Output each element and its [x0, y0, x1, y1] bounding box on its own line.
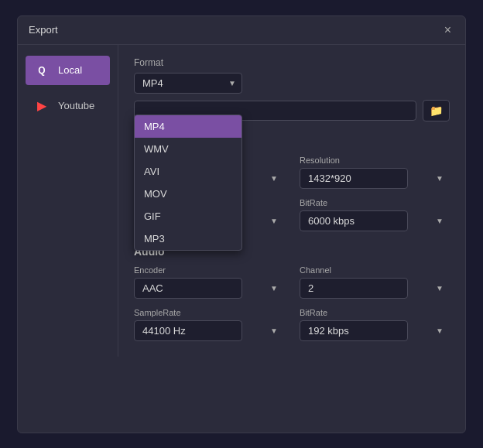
- audio-bitrate-select-wrapper: 192 kbps ▼: [300, 320, 450, 341]
- sidebar-item-label-local: Local: [58, 64, 82, 76]
- audio-channel-group: Channel 2 ▼: [300, 265, 450, 299]
- audio-fields-grid: Encoder AAC ▼ Channel 2 ▼: [134, 265, 450, 341]
- dropdown-item-mp3[interactable]: MP3: [135, 227, 242, 250]
- format-select[interactable]: MP4: [134, 73, 242, 94]
- dialog-titlebar: Export ×: [18, 16, 465, 45]
- export-dialog: Export × Q Local ▶ Youtube Format MP4: [17, 15, 466, 433]
- audio-bitrate-group: BitRate 192 kbps ▼: [300, 308, 450, 341]
- dropdown-item-wmv[interactable]: WMV: [135, 138, 242, 160]
- audio-channel-select-wrapper: 2 ▼: [300, 278, 450, 299]
- audio-section: Audio Encoder AAC ▼ Channel 2 ▼: [134, 245, 450, 341]
- close-button[interactable]: ×: [441, 22, 454, 38]
- sidebar-item-local[interactable]: Q Local: [26, 56, 110, 85]
- youtube-icon: ▶: [33, 97, 50, 115]
- audio-encoder-label: Encoder: [134, 265, 284, 275]
- dropdown-item-mp4[interactable]: MP4: [135, 115, 242, 138]
- audio-channel-select[interactable]: 2: [300, 278, 408, 299]
- dialog-title: Export: [29, 24, 58, 36]
- video-encoder-chevron-icon: ▼: [270, 174, 278, 183]
- dropdown-item-mov[interactable]: MOV: [135, 183, 242, 205]
- video-framerate-chevron-icon: ▼: [270, 217, 278, 225]
- audio-channel-label: Channel: [300, 265, 450, 275]
- video-resolution-label: Resolution: [300, 156, 450, 165]
- audio-samplerate-select[interactable]: 44100 Hz: [134, 320, 242, 341]
- dropdown-item-avi[interactable]: AVI: [135, 160, 242, 183]
- format-label: Format: [134, 57, 450, 68]
- format-section: Format MP4 ▼ MP4 WMV AVI MOV GIF MP3: [134, 57, 450, 121]
- sidebar-item-label-youtube: Youtube: [58, 100, 94, 111]
- video-resolution-select-wrapper: 1432*920 ▼: [300, 168, 450, 189]
- video-resolution-group: Resolution 1432*920 ▼: [300, 156, 450, 189]
- audio-bitrate-chevron-icon: ▼: [436, 327, 444, 335]
- format-select-wrapper: MP4 ▼ MP4 WMV AVI MOV GIF MP3: [134, 73, 242, 94]
- video-bitrate-label: BitRate: [300, 198, 450, 207]
- audio-bitrate-select[interactable]: 192 kbps: [300, 320, 408, 341]
- video-resolution-select[interactable]: 1432*920: [300, 168, 408, 189]
- main-content: Format MP4 ▼ MP4 WMV AVI MOV GIF MP3: [118, 45, 465, 357]
- audio-samplerate-group: SampleRate 44100 Hz ▼: [134, 308, 284, 341]
- video-bitrate-select[interactable]: 6000 kbps: [300, 210, 408, 231]
- audio-samplerate-chevron-icon: ▼: [270, 327, 278, 335]
- sidebar-item-youtube[interactable]: ▶ Youtube: [26, 91, 110, 121]
- audio-samplerate-select-wrapper: 44100 Hz ▼: [134, 320, 284, 341]
- audio-bitrate-label: BitRate: [300, 308, 450, 317]
- format-dropdown: MP4 WMV AVI MOV GIF MP3: [134, 115, 242, 251]
- audio-encoder-chevron-icon: ▼: [270, 284, 278, 292]
- video-bitrate-select-wrapper: 6000 kbps ▼: [300, 210, 450, 231]
- video-bitrate-chevron-icon: ▼: [436, 217, 444, 225]
- video-resolution-chevron-icon: ▼: [436, 174, 444, 183]
- audio-channel-chevron-icon: ▼: [436, 284, 444, 292]
- video-bitrate-group: BitRate 6000 kbps ▼: [300, 198, 450, 231]
- local-icon: Q: [33, 62, 50, 79]
- folder-button[interactable]: 📁: [423, 100, 450, 121]
- format-row: MP4 ▼ MP4 WMV AVI MOV GIF MP3: [134, 73, 450, 94]
- dialog-body: Q Local ▶ Youtube Format MP4 ▼ MP: [18, 45, 465, 357]
- audio-encoder-select[interactable]: AAC: [134, 278, 242, 299]
- audio-encoder-select-wrapper: AAC ▼: [134, 278, 284, 299]
- sidebar: Q Local ▶ Youtube: [18, 45, 118, 357]
- dropdown-item-gif[interactable]: GIF: [135, 205, 242, 227]
- audio-samplerate-label: SampleRate: [134, 308, 284, 317]
- audio-encoder-group: Encoder AAC ▼: [134, 265, 284, 299]
